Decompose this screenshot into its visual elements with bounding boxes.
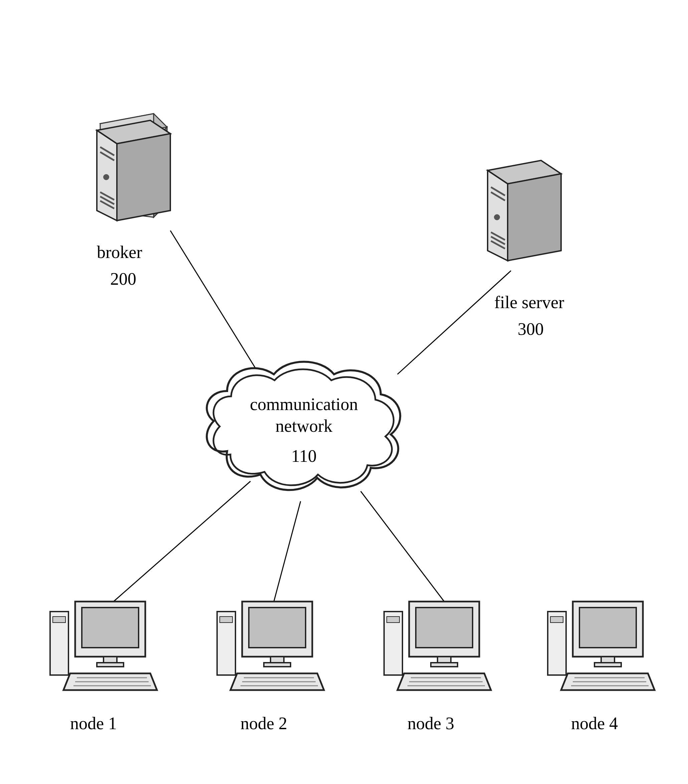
svg-rect-53: [437, 657, 451, 663]
svg-rect-52: [416, 608, 473, 648]
svg-rect-33: [103, 657, 117, 663]
node-4-icon: [544, 598, 658, 695]
cloud-ref: 110: [240, 445, 367, 468]
svg-marker-22: [507, 174, 561, 261]
broker-ref: 200: [110, 267, 136, 291]
node-3-label: node 3: [407, 712, 454, 735]
broker-label: broker: [97, 240, 142, 264]
broker-server-icon: [87, 110, 174, 224]
svg-rect-50: [387, 616, 399, 623]
node-2-icon: [214, 598, 327, 695]
svg-line-1: [397, 271, 511, 374]
svg-rect-43: [271, 657, 284, 663]
svg-point-25: [494, 214, 500, 220]
svg-rect-34: [97, 663, 123, 667]
svg-rect-40: [220, 616, 232, 623]
svg-rect-30: [53, 616, 66, 623]
node-1-icon: [47, 598, 160, 695]
node-1-label: node 1: [70, 712, 117, 735]
cloud-label-line2: network: [240, 414, 367, 438]
node-2-label: node 2: [240, 712, 287, 735]
svg-rect-44: [264, 663, 291, 667]
svg-marker-13: [117, 134, 170, 221]
file-server-label: file server: [494, 291, 564, 314]
svg-rect-42: [249, 608, 305, 648]
svg-rect-64: [594, 663, 621, 667]
diagram-canvas: broker 200 file server 300 communica: [0, 0, 688, 784]
svg-rect-63: [601, 657, 614, 663]
svg-line-3: [274, 501, 300, 601]
file-server-ref: 300: [518, 318, 544, 341]
svg-rect-60: [550, 616, 563, 623]
cloud-label-line1: communication: [240, 393, 367, 416]
node-3-icon: [381, 598, 494, 695]
svg-point-16: [103, 174, 109, 180]
svg-rect-62: [580, 608, 636, 648]
file-server-icon: [478, 150, 565, 264]
svg-rect-32: [82, 608, 139, 648]
node-4-label: node 4: [571, 712, 618, 735]
svg-rect-54: [431, 663, 458, 667]
